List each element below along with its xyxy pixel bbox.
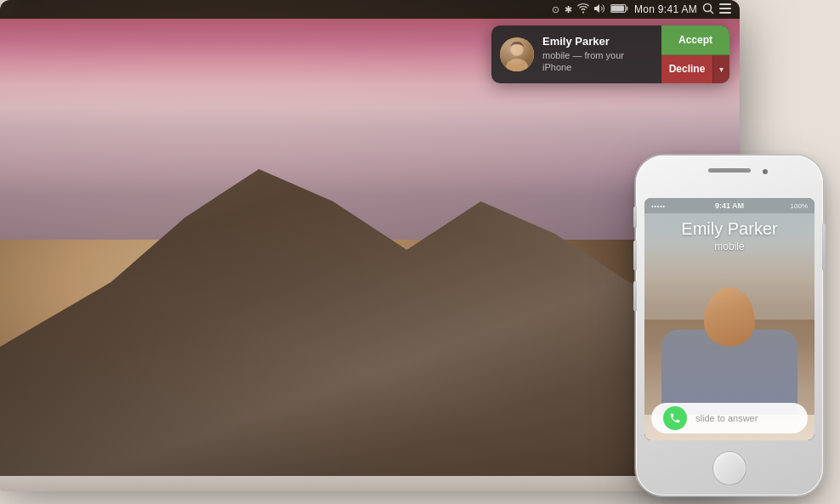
notification-buttons: Accept Decline ▾ <box>661 25 729 83</box>
iphone-battery: 100% <box>791 202 808 210</box>
mac-notch <box>344 484 395 491</box>
iphone-caller-label: mobile <box>644 241 814 252</box>
avatar-face <box>500 37 534 71</box>
iphone-person-photo <box>644 246 814 416</box>
menubar-icons: ⊙ ✱ <box>552 3 731 17</box>
iphone-slide-bar[interactable]: slide to answer <box>651 403 808 433</box>
notification-content: Emily Parker mobile — from your iPhone <box>491 25 661 83</box>
iphone-screen: ••••• 9:41 AM 100% Emily Parker mobile s… <box>644 198 814 440</box>
slide-to-answer-label: slide to answer <box>695 413 758 423</box>
iphone-time: 9:41 AM <box>715 201 744 210</box>
svg-point-10 <box>506 59 528 71</box>
svg-rect-2 <box>611 6 624 12</box>
svg-rect-7 <box>719 8 731 9</box>
svg-marker-0 <box>594 4 599 13</box>
svg-point-4 <box>704 3 712 11</box>
iphone: ••••• 9:41 AM 100% Emily Parker mobile s… <box>636 156 823 496</box>
bluetooth-icon[interactable]: ✱ <box>565 4 572 15</box>
accept-button[interactable]: Accept <box>661 25 729 55</box>
slide-phone-icon <box>663 406 687 430</box>
iphone-volume-up-button[interactable] <box>633 241 637 270</box>
decline-wrap: Decline ▾ <box>661 55 729 84</box>
decline-button[interactable]: Decline <box>661 55 712 84</box>
volume-icon[interactable] <box>594 3 605 15</box>
notification-banner: Emily Parker mobile — from your iPhone A… <box>491 25 729 83</box>
iphone-mute-button[interactable] <box>633 207 637 228</box>
time-machine-icon[interactable]: ⊙ <box>552 4 559 15</box>
svg-rect-8 <box>719 12 731 14</box>
spotlight-icon[interactable] <box>702 3 714 17</box>
iphone-caller-info: Emily Parker mobile <box>644 219 814 252</box>
mac-menubar: ⊙ ✱ <box>0 0 740 19</box>
notification-subtitle: mobile — from your iPhone <box>542 49 653 74</box>
notification-caller-name: Emily Parker <box>542 35 653 49</box>
decline-arrow-button[interactable]: ▾ <box>712 55 729 84</box>
mac-bezel-bottom <box>0 476 740 491</box>
svg-rect-3 <box>626 7 627 11</box>
svg-line-5 <box>711 10 714 14</box>
iphone-caller-name: Emily Parker <box>644 219 814 239</box>
svg-point-9 <box>510 42 524 56</box>
iphone-speaker <box>708 168 751 173</box>
caller-avatar <box>500 37 534 71</box>
iphone-home-button[interactable] <box>712 451 746 485</box>
iphone-sleep-button[interactable] <box>822 224 826 270</box>
iphone-carrier: ••••• <box>651 202 666 210</box>
battery-icon[interactable] <box>610 3 629 15</box>
iphone-volume-down-button[interactable] <box>633 281 637 311</box>
notification-center-icon[interactable] <box>719 3 731 16</box>
notification-text: Emily Parker mobile — from your iPhone <box>542 35 653 73</box>
iphone-camera <box>763 169 768 174</box>
svg-rect-6 <box>719 3 731 5</box>
wifi-icon[interactable] <box>577 3 589 15</box>
mac-desktop: ⊙ ✱ <box>0 0 740 476</box>
iphone-statusbar: ••••• 9:41 AM 100% <box>644 198 814 213</box>
svg-point-11 <box>511 43 523 55</box>
menubar-time: Mon 9:41 AM <box>634 3 697 15</box>
